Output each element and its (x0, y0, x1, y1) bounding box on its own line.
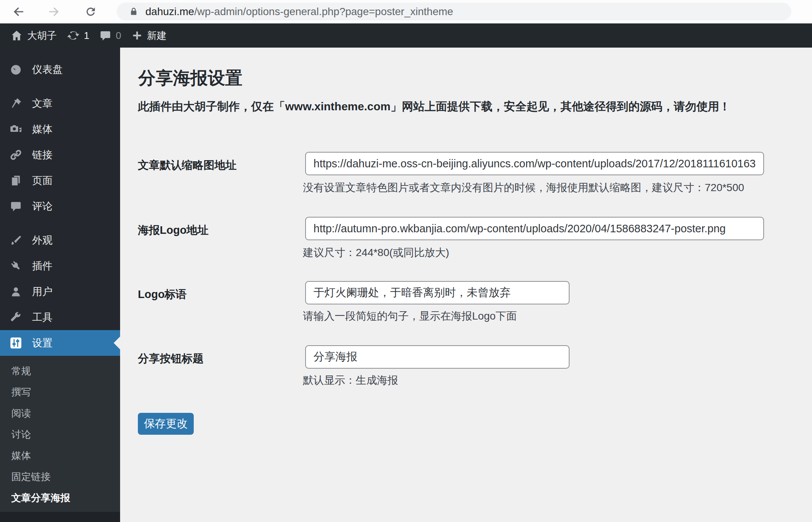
submenu-item-media[interactable]: 媒体 (0, 445, 120, 466)
save-changes-button[interactable]: 保存更改 (138, 413, 194, 435)
label-poster-logo-url: 海报Logo地址 (138, 223, 208, 238)
hint-share-button: 默认显示：生成海报 (303, 373, 398, 388)
sidebar-item-label: 媒体 (32, 122, 52, 136)
home-icon (11, 29, 23, 42)
admin-bar-site-menu[interactable]: 大胡子 (11, 29, 57, 42)
sidebar-item-settings[interactable]: 设置 (0, 330, 120, 356)
page-title: 分享海报设置 (138, 66, 242, 90)
label-logo-slogan: Logo标语 (138, 287, 187, 302)
browser-forward-button[interactable] (46, 3, 63, 20)
sidebar-item-posts[interactable]: 文章 (0, 91, 120, 116)
label-share-button-title: 分享按钮标题 (138, 351, 204, 366)
back-arrow-icon (12, 5, 25, 18)
sidebar-item-label: 链接 (32, 148, 52, 162)
input-share-button-title[interactable] (305, 345, 570, 369)
users-icon (9, 285, 22, 298)
sidebar-item-dashboard[interactable]: 仪表盘 (0, 57, 120, 82)
sidebar-item-label: 用户 (32, 285, 52, 298)
forward-arrow-icon (48, 5, 61, 18)
sidebar-item-users[interactable]: 用户 (0, 279, 120, 304)
plugins-icon (9, 259, 22, 272)
links-icon (9, 148, 22, 161)
plus-icon (132, 30, 142, 41)
sidebar-item-plugins[interactable]: 插件 (0, 253, 120, 279)
settings-submenu: 常规 撰写 阅读 讨论 媒体 固定链接 文章分享海报 (0, 356, 120, 514)
submenu-item-permalinks[interactable]: 固定链接 (0, 466, 120, 487)
comment-bubble-icon (100, 30, 111, 41)
browser-toolbar: dahuzi.me/wp-admin/options-general.php?p… (0, 0, 812, 23)
sidebar-item-label: 页面 (32, 174, 52, 187)
url-text: dahuzi.me/wp-admin/options-general.php?p… (145, 6, 453, 18)
comments-icon (9, 200, 22, 213)
browser-reload-button[interactable] (82, 3, 99, 20)
hint-poster-logo: 建议尺寸：244*80(或同比放大) (303, 246, 449, 260)
sidebar-item-media[interactable]: 媒体 (0, 116, 120, 142)
submenu-item-general[interactable]: 常规 (0, 360, 120, 381)
pages-icon (9, 174, 22, 187)
url-domain: dahuzi.me (145, 6, 194, 17)
sidebar-item-comments[interactable]: 评论 (0, 193, 120, 219)
sidebar-item-label: 插件 (32, 259, 52, 273)
settings-icon (9, 337, 22, 349)
browser-back-button[interactable] (10, 3, 26, 20)
sidebar-item-label: 文章 (32, 97, 52, 110)
sidebar-item-label: 外观 (32, 233, 52, 247)
plugin-description: 此插件由大胡子制作，仅在「www.xintheme.com」网站上面提供下载，安… (138, 99, 730, 114)
tools-wrench-icon (9, 311, 22, 324)
site-name: 大胡子 (27, 29, 57, 42)
sidebar-item-label: 仪表盘 (32, 63, 63, 76)
pushpin-icon (9, 97, 22, 110)
appearance-brush-icon (9, 234, 22, 247)
sidebar-item-label: 设置 (32, 336, 52, 350)
submenu-item-reading[interactable]: 阅读 (0, 403, 120, 424)
admin-bar-updates[interactable]: 1 (67, 29, 89, 42)
sidebar-item-pages[interactable]: 页面 (0, 168, 120, 193)
hint-default-thumbnail: 没有设置文章特色图片或者文章内没有图片的时候，海报使用默认缩略图，建议尺寸：72… (303, 181, 744, 195)
reload-icon (85, 6, 97, 18)
sidebar-item-tools[interactable]: 工具 (0, 304, 120, 330)
wp-admin-sidebar: 仪表盘 文章 媒体 链接 页面 评论 外观 (0, 48, 120, 522)
sidebar-item-appearance[interactable]: 外观 (0, 227, 120, 253)
url-path: /wp-admin/options-general.php?page=poste… (194, 6, 453, 17)
address-bar[interactable]: dahuzi.me/wp-admin/options-general.php?p… (117, 3, 791, 20)
comments-count: 0 (116, 30, 121, 42)
sidebar-item-label: 工具 (32, 310, 52, 324)
input-poster-logo-url[interactable] (305, 217, 764, 240)
submenu-item-discussion[interactable]: 讨论 (0, 424, 120, 445)
new-label: 新建 (147, 29, 167, 42)
sidebar-collapse-strip[interactable] (0, 512, 120, 522)
admin-bar-comments[interactable]: 0 (100, 30, 121, 42)
sidebar-item-links[interactable]: 链接 (0, 142, 120, 168)
lock-icon (129, 7, 139, 17)
admin-bar-new[interactable]: 新建 (132, 29, 167, 42)
input-default-thumbnail-url[interactable] (305, 152, 764, 175)
updates-icon (67, 29, 79, 42)
dashboard-icon (9, 63, 22, 76)
submenu-item-share-poster[interactable]: 文章分享海报 (0, 487, 120, 508)
settings-page-content: 分享海报设置 此插件由大胡子制作，仅在「www.xintheme.com」网站上… (120, 48, 812, 522)
input-logo-slogan[interactable] (305, 281, 570, 304)
media-icon (9, 123, 22, 136)
updates-count: 1 (84, 30, 89, 42)
label-default-thumbnail-url: 文章默认缩略图地址 (138, 158, 236, 173)
hint-logo-slogan: 请输入一段简短的句子，显示在海报Logo下面 (303, 309, 517, 323)
sidebar-item-label: 评论 (32, 199, 52, 213)
submenu-item-writing[interactable]: 撰写 (0, 381, 120, 403)
wp-admin-bar: 大胡子 1 0 新建 (0, 23, 812, 48)
